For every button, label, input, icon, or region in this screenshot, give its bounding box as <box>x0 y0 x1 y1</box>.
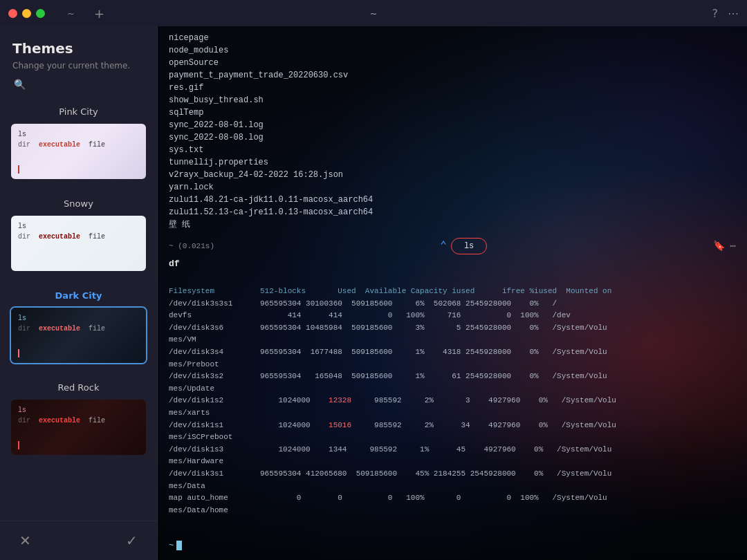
sidebar-header: Themes Change your current theme. 🔍 <box>0 26 157 95</box>
ls-file-zulu2: zulu11.52.13-ca-jre11.0.13-macosx_aarch6… <box>169 206 736 218</box>
titlebar-actions: ? ⋯ <box>712 7 739 20</box>
tab-home[interactable]: ~ <box>59 6 83 21</box>
minimize-button[interactable] <box>22 9 31 18</box>
theme-name-dark-city: Dark City <box>0 286 157 306</box>
new-tab-button[interactable]: + <box>89 6 110 21</box>
chevron-up-icon[interactable]: ⌃ <box>440 238 447 254</box>
bookmark-icon[interactable]: 🔖 <box>713 239 725 254</box>
confirm-button[interactable]: ✓ <box>120 530 143 552</box>
theme-name-pink-city: Pink City <box>0 102 157 122</box>
df-header-row: ~ (0.021s) ⌃ ls 🔖 ⋯ <box>169 236 736 257</box>
theme-card-pink-city[interactable]: ls dir executable file <box>10 122 147 180</box>
theme-preview-red-rock: ls dir executable file <box>11 400 146 455</box>
ls-file-node_modules: node_modules <box>169 44 736 57</box>
ls-file-res: res.gif <box>169 82 736 94</box>
ls-pill: ls <box>451 238 487 254</box>
theme-section-red-rock: Red Rock ls dir executable file <box>0 371 157 463</box>
ls-output-block: nicepage node_modules openSource payment… <box>169 32 736 231</box>
terminal-output[interactable]: nicepage node_modules openSource payment… <box>158 32 747 536</box>
ls-file-sys: sys.txt <box>169 144 736 156</box>
sidebar-title: Themes <box>12 40 145 57</box>
ls-file-yarn: yarn.lock <box>169 181 736 194</box>
ls-file-show: show_busy_thread.sh <box>169 94 736 106</box>
theme-section-pink-city: Pink City ls dir executable file <box>0 95 157 187</box>
maximize-button[interactable] <box>36 9 45 18</box>
traffic-lights <box>8 9 45 18</box>
ls-file-openSource: openSource <box>169 57 736 69</box>
sidebar-subtitle: Change your current theme. <box>12 61 145 71</box>
more-icon[interactable]: ⋯ <box>730 239 736 254</box>
help-icon[interactable]: ? <box>712 7 719 20</box>
cursor-blink <box>176 541 182 550</box>
ls-file-zulu1: zulu11.48.21-ca-jdk11.0.11-macosx_aarch6… <box>169 194 736 206</box>
theme-preview-snowy: ls dir executable file <box>11 216 146 271</box>
theme-card-red-rock[interactable]: ls dir executable file <box>10 398 147 456</box>
ls-file-sync1: sync_2022-08-01.log <box>169 119 736 131</box>
df-timing: ~ (0.021s) <box>169 241 214 252</box>
ls-file-wallpaper: 壁 纸 <box>169 218 736 231</box>
ls-file-sync2: sync_2022-08-08.log <box>169 131 736 144</box>
cancel-button[interactable]: ✕ <box>14 530 37 552</box>
tab-bar: ~ + <box>59 6 110 21</box>
window-title: ~ <box>370 8 378 19</box>
df-table-output: Filesystem 512-blocks Used Available Cap… <box>169 274 736 529</box>
ls-file-sqlTemp: sqlTemp <box>169 106 736 119</box>
theme-card-snowy[interactable]: ls dir executable file <box>10 214 147 272</box>
df-command-name: df <box>169 257 736 271</box>
theme-section-snowy: Snowy ls dir executable file <box>0 187 157 279</box>
main-layout: Themes Change your current theme. 🔍 Pink… <box>0 26 747 560</box>
titlebar: ~ + ~ ? ⋯ <box>0 0 747 26</box>
sidebar-bottom-actions: ✕ ✓ <box>0 521 157 560</box>
theme-card-dark-city[interactable]: ls dir executable file <box>10 306 147 364</box>
terminal-prompt: ~ <box>158 536 747 554</box>
ls-command-label: ⌃ ls <box>440 238 487 254</box>
theme-name-red-rock: Red Rock <box>0 378 157 398</box>
terminal-content[interactable]: nicepage node_modules openSource payment… <box>158 26 747 560</box>
ls-file-payment: payment_t_payment_trade_20220630.csv <box>169 69 736 82</box>
theme-section-dark-city: Dark City ls dir executable file <box>0 279 157 371</box>
terminal-panel: nicepage node_modules openSource payment… <box>158 26 747 560</box>
df-command-info: ~ (0.021s) <box>169 241 214 252</box>
ls-file-v2rayx: v2rayx_backup_24-02-2022 16:28.json <box>169 169 736 181</box>
ls-file-tunnellij: tunnellij.properties <box>169 156 736 169</box>
df-action-icons: 🔖 ⋯ <box>713 239 736 254</box>
df-command-block: ~ (0.021s) ⌃ ls 🔖 ⋯ df Filesystem 51 <box>169 236 736 529</box>
theme-preview-dark-city: ls dir executable file <box>11 308 146 363</box>
close-button[interactable] <box>8 9 17 18</box>
prompt-text: ~ <box>169 541 174 550</box>
ls-file-nicepage: nicepage <box>169 32 736 44</box>
themes-sidebar: Themes Change your current theme. 🔍 Pink… <box>0 26 158 560</box>
theme-preview-pink-city: ls dir executable file <box>11 124 146 179</box>
theme-name-snowy: Snowy <box>0 194 157 214</box>
more-options-icon[interactable]: ⋯ <box>728 7 739 20</box>
search-icon[interactable]: 🔍 <box>12 79 145 90</box>
